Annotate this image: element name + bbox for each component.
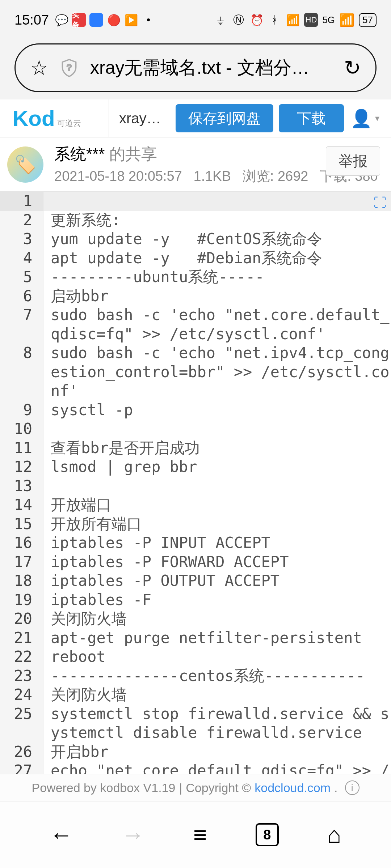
user-menu[interactable]: 👤 ▾ xyxy=(344,99,386,137)
code-line[interactable]: 20关闭防火墙 xyxy=(0,609,391,629)
file-tab[interactable]: xray… xyxy=(109,99,170,137)
code-line[interactable]: 22reboot xyxy=(0,647,391,667)
line-text: yum update -y #CentOS系统命令 xyxy=(43,230,391,249)
code-line[interactable]: 7sudo bash -c 'echo "net.core.default_qd… xyxy=(0,306,391,344)
code-line[interactable]: 4apt update -y #Debian系统命令 xyxy=(0,249,391,268)
code-line[interactable]: 15开放所有端口 xyxy=(0,515,391,534)
code-line[interactable]: 6启动bbr xyxy=(0,287,391,306)
refresh-icon[interactable]: ↻ xyxy=(344,56,361,80)
line-number: 8 xyxy=(0,344,43,401)
code-line[interactable]: 19iptables -F xyxy=(0,591,391,610)
info-icon[interactable]: i xyxy=(345,780,360,795)
nfc-icon: Ⓝ xyxy=(232,13,245,27)
app-toolbar: Kod 可道云 xray… 保存到网盘 下载 👤 ▾ xyxy=(0,99,391,137)
line-number: 16 xyxy=(0,533,43,553)
code-line[interactable]: 23--------------centos系统----------- xyxy=(0,667,391,686)
line-text: apt update -y #Debian系统命令 xyxy=(43,249,391,268)
chevron-down-icon: ▾ xyxy=(375,113,379,123)
hd-icon: HD xyxy=(304,13,318,27)
line-number: 9 xyxy=(0,401,43,420)
line-text: sysctl -p xyxy=(43,401,391,420)
code-line[interactable]: 10 xyxy=(0,420,391,439)
line-number: 24 xyxy=(0,685,43,705)
share-info-bar: 系统*** 的共享 2021-05-18 20:05:57 1.1KB 浏览: … xyxy=(0,137,391,192)
fullscreen-icon[interactable]: ⛶ xyxy=(374,195,387,210)
line-text: 开放所有端口 xyxy=(43,515,391,534)
line-number: 17 xyxy=(0,553,43,572)
wechat-icon: 💬 xyxy=(55,13,68,27)
line-text: reboot xyxy=(43,647,391,667)
code-line[interactable]: 13 xyxy=(0,477,391,496)
code-line[interactable]: 17iptables -P FORWARD ACCEPT xyxy=(0,553,391,572)
back-button[interactable]: ← xyxy=(50,821,73,848)
code-line[interactable]: 24关闭防火墙 xyxy=(0,685,391,705)
signal-icon: 📶 xyxy=(339,13,354,27)
browser-bottom-nav: ← → ≡ 8 ⌂ xyxy=(0,801,391,868)
code-line[interactable]: 14开放端口 xyxy=(0,495,391,515)
svg-text:?: ? xyxy=(67,63,72,72)
code-line[interactable]: 18iptables -P OUTPUT ACCEPT xyxy=(0,571,391,591)
dot-icon: • xyxy=(142,13,155,27)
code-line[interactable]: 9sysctl -p xyxy=(0,401,391,420)
kodcloud-link[interactable]: kodcloud.com xyxy=(255,781,331,795)
code-line[interactable]: 8sudo bash -c 'echo "net.ipv4.tcp_conges… xyxy=(0,344,391,401)
line-text: 启动bbr xyxy=(43,287,391,306)
download-button[interactable]: 下载 xyxy=(279,104,344,132)
code-line[interactable]: 1 xyxy=(0,192,391,211)
app-icon xyxy=(89,13,103,27)
bookmark-icon[interactable]: ☆ xyxy=(30,56,48,80)
code-line[interactable]: 26开启bbr xyxy=(0,743,391,762)
cmb-icon: 🔴 xyxy=(107,13,121,27)
line-number: 14 xyxy=(0,495,43,515)
code-viewer[interactable]: ⛶ 12更新系统:3yum update -y #CentOS系统命令4apt … xyxy=(0,192,391,799)
line-number: 5 xyxy=(0,268,43,287)
code-line[interactable]: 3yum update -y #CentOS系统命令 xyxy=(0,230,391,249)
line-number: 3 xyxy=(0,230,43,249)
line-text: 更新系统: xyxy=(43,211,391,230)
line-number: 15 xyxy=(0,515,43,534)
line-number: 10 xyxy=(0,420,43,439)
line-text: --------------centos系统----------- xyxy=(43,667,391,686)
line-number: 6 xyxy=(0,287,43,306)
line-text xyxy=(43,477,391,496)
logo-text: Kod xyxy=(13,106,55,131)
browser-address-bar[interactable]: ☆ ? xray无需域名.txt - 文档分… ↻ xyxy=(14,43,377,92)
line-number: 11 xyxy=(0,439,43,458)
line-number: 21 xyxy=(0,629,43,648)
tabs-button[interactable]: 8 xyxy=(256,823,279,846)
avatar xyxy=(7,146,43,183)
line-number: 18 xyxy=(0,571,43,591)
code-line[interactable]: 11查看bbr是否开启成功 xyxy=(0,439,391,458)
line-text: sudo bash -c 'echo "net.core.default_qdi… xyxy=(43,306,391,344)
bluetooth-icon: ᚼ xyxy=(268,13,282,27)
status-time: 15:07 xyxy=(14,12,49,28)
line-number: 22 xyxy=(0,647,43,667)
line-number: 1 xyxy=(0,192,43,211)
code-line[interactable]: 2更新系统: xyxy=(0,211,391,230)
code-line[interactable]: 12lsmod | grep bbr xyxy=(0,458,391,477)
code-line[interactable]: 21apt-get purge netfilter-persistent xyxy=(0,629,391,648)
line-number: 12 xyxy=(0,458,43,477)
line-text: ---------ubuntu系统----- xyxy=(43,268,391,287)
line-number: 4 xyxy=(0,249,43,268)
report-button[interactable]: 举报 xyxy=(326,146,380,176)
url-text: xray无需域名.txt - 文档分… xyxy=(90,56,333,80)
forward-button[interactable]: → xyxy=(122,821,145,848)
line-text: systemctl stop firewalld.service && syst… xyxy=(43,705,391,743)
line-number: 13 xyxy=(0,477,43,496)
line-number: 26 xyxy=(0,743,43,762)
code-line[interactable]: 25systemctl stop firewalld.service && sy… xyxy=(0,705,391,743)
line-text: apt-get purge netfilter-persistent xyxy=(43,629,391,648)
line-text xyxy=(43,192,391,211)
battery-indicator: 57 xyxy=(359,13,377,27)
line-text: 关闭防火墙 xyxy=(43,609,391,629)
code-line[interactable]: 16iptables -P INPUT ACCEPT xyxy=(0,533,391,553)
logo[interactable]: Kod 可道云 xyxy=(0,106,109,131)
wifi-icon: 📶 xyxy=(286,13,300,27)
menu-button[interactable]: ≡ xyxy=(193,821,207,848)
site-info-icon[interactable]: ? xyxy=(59,58,79,78)
save-to-disk-button[interactable]: 保存到网盘 xyxy=(176,104,273,132)
line-number: 25 xyxy=(0,705,43,743)
code-line[interactable]: 5---------ubuntu系统----- xyxy=(0,268,391,287)
home-button[interactable]: ⌂ xyxy=(327,821,341,848)
